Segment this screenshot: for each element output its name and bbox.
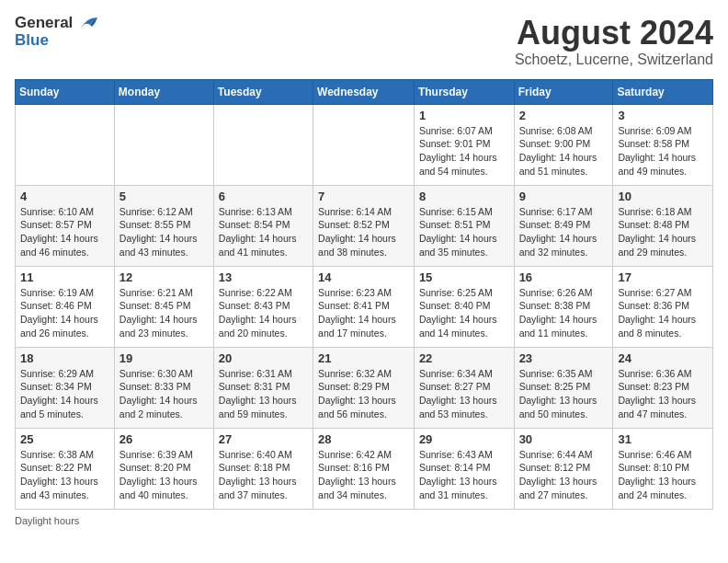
day-number: 18 [20, 351, 109, 365]
calendar-cell: 2Sunrise: 6:08 AM Sunset: 9:00 PM Daylig… [514, 104, 613, 185]
day-number: 8 [419, 190, 509, 203]
header-day-monday: Monday [114, 79, 213, 104]
calendar-cell [16, 104, 115, 185]
calendar-cell: 19Sunrise: 6:30 AM Sunset: 8:33 PM Dayli… [114, 347, 213, 428]
day-info: Sunrise: 6:29 AM Sunset: 8:34 PM Dayligh… [20, 367, 109, 421]
day-number: 23 [519, 351, 609, 365]
day-info: Sunrise: 6:09 AM Sunset: 8:58 PM Dayligh… [618, 124, 708, 178]
location-title: Schoetz, Lucerne, Switzerland [515, 52, 713, 68]
calendar-cell: 22Sunrise: 6:34 AM Sunset: 8:27 PM Dayli… [414, 347, 514, 428]
calendar-cell: 27Sunrise: 6:40 AM Sunset: 8:18 PM Dayli… [213, 428, 313, 509]
calendar-cell: 17Sunrise: 6:27 AM Sunset: 8:36 PM Dayli… [613, 266, 713, 347]
day-number: 12 [119, 270, 209, 284]
calendar-cell: 5Sunrise: 6:12 AM Sunset: 8:55 PM Daylig… [114, 185, 213, 266]
calendar-cell: 10Sunrise: 6:18 AM Sunset: 8:48 PM Dayli… [613, 185, 713, 266]
day-info: Sunrise: 6:07 AM Sunset: 9:01 PM Dayligh… [419, 124, 509, 178]
calendar-week-row: 11Sunrise: 6:19 AM Sunset: 8:46 PM Dayli… [16, 266, 713, 347]
day-info: Sunrise: 6:36 AM Sunset: 8:23 PM Dayligh… [618, 367, 708, 421]
footer-note: Daylight hours [15, 515, 713, 526]
day-number: 2 [519, 109, 609, 122]
day-info: Sunrise: 6:39 AM Sunset: 8:20 PM Dayligh… [119, 448, 209, 502]
day-info: Sunrise: 6:44 AM Sunset: 8:12 PM Dayligh… [519, 448, 609, 502]
day-number: 16 [519, 270, 609, 284]
header-day-saturday: Saturday [613, 79, 713, 104]
calendar-week-row: 1Sunrise: 6:07 AM Sunset: 9:01 PM Daylig… [16, 104, 713, 185]
header-day-wednesday: Wednesday [313, 79, 415, 104]
day-info: Sunrise: 6:30 AM Sunset: 8:33 PM Dayligh… [119, 367, 209, 421]
day-number: 14 [318, 270, 409, 284]
day-number: 9 [519, 190, 609, 203]
day-number: 30 [519, 432, 609, 446]
day-number: 25 [20, 432, 109, 446]
day-number: 1 [419, 109, 509, 122]
calendar-cell: 3Sunrise: 6:09 AM Sunset: 8:58 PM Daylig… [613, 104, 713, 185]
day-number: 17 [618, 270, 708, 284]
calendar-cell: 11Sunrise: 6:19 AM Sunset: 8:46 PM Dayli… [16, 266, 115, 347]
calendar-week-row: 4Sunrise: 6:10 AM Sunset: 8:57 PM Daylig… [16, 185, 713, 266]
calendar-cell: 26Sunrise: 6:39 AM Sunset: 8:20 PM Dayli… [114, 428, 213, 509]
day-number: 22 [419, 351, 509, 365]
day-info: Sunrise: 6:10 AM Sunset: 8:57 PM Dayligh… [20, 205, 109, 259]
day-number: 7 [318, 190, 409, 203]
day-info: Sunrise: 6:14 AM Sunset: 8:52 PM Dayligh… [318, 205, 409, 259]
day-info: Sunrise: 6:26 AM Sunset: 8:38 PM Dayligh… [519, 286, 609, 340]
day-info: Sunrise: 6:32 AM Sunset: 8:29 PM Dayligh… [318, 367, 409, 421]
calendar-cell: 1Sunrise: 6:07 AM Sunset: 9:01 PM Daylig… [414, 104, 514, 185]
calendar-cell: 14Sunrise: 6:23 AM Sunset: 8:41 PM Dayli… [313, 266, 415, 347]
day-info: Sunrise: 6:21 AM Sunset: 8:45 PM Dayligh… [119, 286, 209, 340]
day-number: 11 [20, 270, 109, 284]
day-number: 31 [618, 432, 708, 446]
day-number: 19 [119, 351, 209, 365]
header-day-sunday: Sunday [16, 79, 115, 104]
day-info: Sunrise: 6:42 AM Sunset: 8:16 PM Dayligh… [318, 448, 409, 502]
logo-bird-icon [79, 16, 99, 32]
calendar-cell: 8Sunrise: 6:15 AM Sunset: 8:51 PM Daylig… [414, 185, 514, 266]
day-number: 21 [318, 351, 409, 365]
day-info: Sunrise: 6:31 AM Sunset: 8:31 PM Dayligh… [219, 367, 308, 421]
day-info: Sunrise: 6:17 AM Sunset: 8:49 PM Dayligh… [519, 205, 609, 259]
calendar-cell: 31Sunrise: 6:46 AM Sunset: 8:10 PM Dayli… [613, 428, 713, 509]
day-info: Sunrise: 6:12 AM Sunset: 8:55 PM Dayligh… [119, 205, 209, 259]
day-number: 24 [618, 351, 708, 365]
day-info: Sunrise: 6:34 AM Sunset: 8:27 PM Dayligh… [419, 367, 509, 421]
calendar-cell: 6Sunrise: 6:13 AM Sunset: 8:54 PM Daylig… [213, 185, 313, 266]
logo: General Blue [15, 15, 99, 49]
logo-general: General [15, 15, 99, 32]
day-info: Sunrise: 6:38 AM Sunset: 8:22 PM Dayligh… [20, 448, 109, 502]
day-info: Sunrise: 6:15 AM Sunset: 8:51 PM Dayligh… [419, 205, 509, 259]
calendar-cell: 23Sunrise: 6:35 AM Sunset: 8:25 PM Dayli… [514, 347, 613, 428]
day-info: Sunrise: 6:08 AM Sunset: 9:00 PM Dayligh… [519, 124, 609, 178]
day-info: Sunrise: 6:13 AM Sunset: 8:54 PM Dayligh… [219, 205, 308, 259]
calendar-cell [114, 104, 213, 185]
day-number: 6 [219, 190, 308, 203]
day-info: Sunrise: 6:22 AM Sunset: 8:43 PM Dayligh… [219, 286, 308, 340]
calendar-cell: 21Sunrise: 6:32 AM Sunset: 8:29 PM Dayli… [313, 347, 415, 428]
calendar-cell: 24Sunrise: 6:36 AM Sunset: 8:23 PM Dayli… [613, 347, 713, 428]
day-number: 27 [219, 432, 308, 446]
calendar-week-row: 25Sunrise: 6:38 AM Sunset: 8:22 PM Dayli… [16, 428, 713, 509]
day-number: 20 [219, 351, 308, 365]
calendar-cell: 16Sunrise: 6:26 AM Sunset: 8:38 PM Dayli… [514, 266, 613, 347]
calendar-cell: 4Sunrise: 6:10 AM Sunset: 8:57 PM Daylig… [16, 185, 115, 266]
day-info: Sunrise: 6:25 AM Sunset: 8:40 PM Dayligh… [419, 286, 509, 340]
logo-blue: Blue [15, 32, 99, 50]
header-day-thursday: Thursday [414, 79, 514, 104]
calendar-cell: 12Sunrise: 6:21 AM Sunset: 8:45 PM Dayli… [114, 266, 213, 347]
calendar-cell: 30Sunrise: 6:44 AM Sunset: 8:12 PM Dayli… [514, 428, 613, 509]
day-info: Sunrise: 6:27 AM Sunset: 8:36 PM Dayligh… [618, 286, 708, 340]
day-number: 3 [618, 109, 708, 122]
day-number: 10 [618, 190, 708, 203]
calendar-cell: 15Sunrise: 6:25 AM Sunset: 8:40 PM Dayli… [414, 266, 514, 347]
calendar-cell: 13Sunrise: 6:22 AM Sunset: 8:43 PM Dayli… [213, 266, 313, 347]
calendar-cell: 25Sunrise: 6:38 AM Sunset: 8:22 PM Dayli… [16, 428, 115, 509]
calendar-header-row: SundayMondayTuesdayWednesdayThursdayFrid… [16, 79, 713, 104]
calendar-week-row: 18Sunrise: 6:29 AM Sunset: 8:34 PM Dayli… [16, 347, 713, 428]
day-number: 28 [318, 432, 409, 446]
calendar-cell [313, 104, 415, 185]
header-day-tuesday: Tuesday [213, 79, 313, 104]
day-number: 5 [119, 190, 209, 203]
header-day-friday: Friday [514, 79, 613, 104]
calendar-cell: 7Sunrise: 6:14 AM Sunset: 8:52 PM Daylig… [313, 185, 415, 266]
calendar-cell: 9Sunrise: 6:17 AM Sunset: 8:49 PM Daylig… [514, 185, 613, 266]
day-info: Sunrise: 6:23 AM Sunset: 8:41 PM Dayligh… [318, 286, 409, 340]
